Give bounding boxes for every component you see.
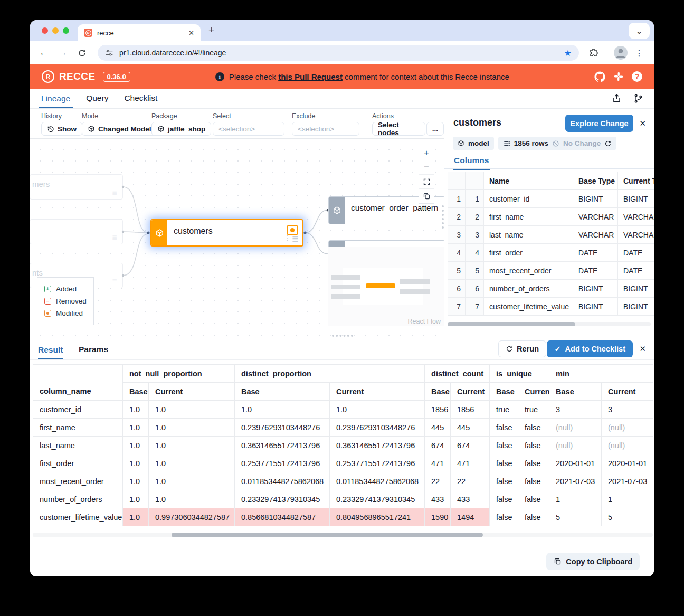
sub-base: Base — [425, 383, 451, 401]
table-row: first_order 1.0 1.0 0.25377155172413796 … — [33, 454, 653, 472]
zoom-in-button[interactable]: + — [419, 146, 434, 160]
add-to-checklist-button[interactable]: ✓ Add to Checklist — [547, 340, 633, 357]
cell-min-current: (null) — [602, 419, 653, 437]
git-branch-icon[interactable] — [633, 93, 643, 103]
reload-icon[interactable] — [75, 46, 88, 59]
tab-close-icon[interactable]: ✕ — [188, 29, 194, 37]
refresh-icon[interactable] — [604, 140, 612, 147]
bookmark-star-icon[interactable]: ★ — [564, 48, 572, 58]
close-result-icon[interactable]: ✕ — [639, 344, 646, 354]
cell-current-type: VARCHAR — [618, 226, 654, 244]
pull-request-link[interactable]: this Pull Request — [278, 72, 343, 81]
columns-table: Name Base Type Current Type 1 1 customer… — [448, 172, 654, 320]
model-type-badge: model — [453, 137, 494, 150]
cell-distinct-count-base: 22 — [425, 472, 451, 490]
table-row[interactable]: 1 1 customer_id BIGINT BIGINT — [448, 190, 654, 208]
cell-min-current: 1 — [602, 490, 653, 508]
browser-menu-icon[interactable]: ⋮ — [635, 48, 643, 58]
cell-not-null-current: 1.0 — [149, 472, 235, 490]
panel-resize-handle-horizontal[interactable] — [332, 335, 353, 337]
cell-name: customer_lifetime_value — [484, 298, 573, 316]
cell-is-unique-base: false — [490, 454, 518, 472]
select-nodes-button[interactable]: Select nodes — [372, 122, 425, 136]
tab-checklist[interactable]: Checklist — [121, 93, 160, 108]
table-row[interactable]: 7 7 customer_lifetime_value BIGINT BIGIN… — [448, 298, 654, 316]
columns-table-body: 1 1 customer_id BIGINT BIGINT 2 2 first_… — [448, 190, 654, 316]
back-icon[interactable]: ← — [37, 46, 50, 59]
cell-current-type: DATE — [618, 244, 654, 262]
zoom-out-button[interactable]: − — [419, 160, 434, 175]
browser-tab[interactable]: R recce ✕ — [78, 24, 201, 41]
react-flow-minimap[interactable]: React Flow — [328, 247, 444, 326]
fit-view-button[interactable] — [419, 175, 434, 189]
table-row[interactable]: 4 4 first_order DATE DATE — [448, 244, 654, 262]
tab-query[interactable]: Query — [83, 93, 111, 108]
more-actions-button[interactable]: ... — [426, 122, 444, 136]
table-row[interactable]: 6 6 number_of_orders BIGINT BIGINT — [448, 280, 654, 298]
table-row: most_recent_order 1.0 1.0 0.011853448275… — [33, 472, 653, 490]
help-icon[interactable]: ? — [632, 71, 642, 82]
row-index: 6 — [466, 280, 484, 298]
lineage-area: History Show Mode Changed Models Package — [30, 109, 444, 337]
extensions-icon[interactable] — [588, 48, 598, 58]
close-panel-icon[interactable]: ✕ — [639, 119, 646, 128]
select-input[interactable] — [213, 122, 284, 136]
tab-columns[interactable]: Columns — [453, 156, 490, 170]
forward-icon[interactable]: → — [56, 46, 69, 59]
cell-min-base: (null) — [549, 419, 602, 437]
row-index: 6 — [448, 280, 466, 298]
mode-label: Mode — [82, 112, 161, 120]
address-bar[interactable]: pr1.cloud.datarecce.io/#!/lineage ★ — [98, 45, 579, 61]
new-tab-button[interactable]: + — [208, 24, 214, 36]
explore-change-button[interactable]: Explore Change — [565, 115, 633, 132]
cell-base-type: BIGINT — [573, 190, 618, 208]
notice-suffix: comment for context about this Recce ins… — [345, 72, 509, 81]
copy-to-clipboard-button[interactable]: Copy to Clipboard — [546, 553, 640, 570]
table-row[interactable]: 3 3 last_name VARCHAR VARCHAR — [448, 226, 654, 244]
cell-is-unique-base: true — [490, 401, 518, 419]
tab-lineage[interactable]: Lineage — [39, 94, 73, 109]
cell-distinct-prop-base: 0.23329741379310345 — [235, 490, 330, 508]
github-icon[interactable] — [594, 71, 605, 82]
cell-current-type: VARCHAR — [618, 208, 654, 226]
row-index: 1 — [448, 190, 466, 208]
cell-not-null-base: 1.0 — [123, 419, 149, 437]
select-label: Select — [213, 112, 284, 120]
cell-distinct-count-current: 1494 — [451, 508, 490, 526]
tab-result[interactable]: Result — [38, 345, 63, 360]
panel-resize-handle-vertical[interactable] — [442, 205, 444, 229]
package-button[interactable]: jaffle_shop — [151, 122, 211, 136]
lineage-canvas[interactable]: mers ≣ ≣ nts ≣ customers — [30, 139, 444, 337]
minimize-window-button[interactable] — [52, 27, 59, 34]
columns-table-scrollbar[interactable] — [448, 322, 651, 326]
cell-column-name: most_recent_order — [33, 472, 123, 490]
table-row[interactable]: 2 2 first_name VARCHAR VARCHAR — [448, 208, 654, 226]
tab-search-chevron-icon[interactable]: ⌄ — [629, 23, 650, 39]
table-row[interactable]: 5 5 most_recent_order DATE DATE — [448, 262, 654, 280]
share-icon[interactable] — [612, 93, 622, 103]
rerun-button[interactable]: Rerun — [498, 340, 546, 357]
cell-not-null-base: 1.0 — [123, 490, 149, 508]
cell-base-type: DATE — [573, 262, 618, 280]
url-text[interactable]: pr1.cloud.datarecce.io/#!/lineage — [119, 49, 564, 57]
row-index: 4 — [466, 244, 484, 262]
cell-distinct-prop-current: 0.23329741379310345 — [330, 490, 425, 508]
maximize-window-button[interactable] — [63, 27, 69, 34]
tab-params[interactable]: Params — [79, 345, 108, 359]
panel-title: customers — [453, 117, 501, 128]
site-settings-icon[interactable] — [105, 49, 113, 57]
minimap-modified-node — [366, 283, 395, 288]
slack-icon[interactable] — [613, 71, 624, 82]
result-tabs: Result Params Rerun ✓ Add to Checklist ✕ — [30, 337, 654, 360]
result-table-scrollbar[interactable] — [33, 533, 653, 537]
exclude-input[interactable] — [292, 122, 359, 136]
profile-avatar[interactable] — [614, 46, 628, 60]
history-show-button[interactable]: Show — [41, 122, 82, 136]
node-customers[interactable]: customers ⫶ ≣ — [150, 219, 303, 247]
copy-view-button[interactable] — [419, 189, 434, 203]
modified-icon — [44, 310, 51, 317]
mode-button[interactable]: Changed Models — [82, 122, 161, 136]
legend-modified: Modified — [44, 307, 93, 319]
close-window-button[interactable] — [42, 27, 48, 34]
cell-distinct-count-base: 1856 — [425, 401, 451, 419]
